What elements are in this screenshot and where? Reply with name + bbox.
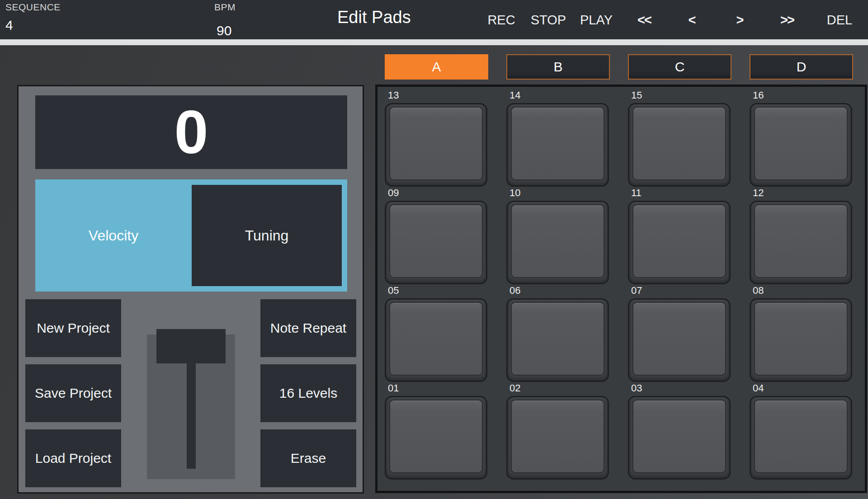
drum-pad-10[interactable] (506, 201, 609, 284)
editor-control-panel: 0 Velocity Tuning New Project Save Proje… (17, 85, 364, 494)
drum-pad-13[interactable] (385, 103, 487, 187)
bank-tab-d[interactable]: D (750, 54, 853, 80)
bank-tab-a[interactable]: A (385, 54, 488, 80)
drum-pad-11[interactable] (628, 201, 731, 284)
fast-forward-button[interactable]: >> (780, 11, 794, 29)
rec-button[interactable]: REC (487, 11, 515, 29)
velocity-mode-button[interactable]: Velocity (35, 179, 192, 292)
new-project-button[interactable]: New Project (25, 299, 121, 357)
save-project-button[interactable]: Save Project (25, 364, 121, 422)
bank-tab-c[interactable]: C (628, 54, 731, 80)
pad-number-label: 15 (631, 89, 642, 101)
drum-pad-16[interactable] (750, 103, 852, 187)
stop-button[interactable]: STOP (531, 11, 566, 29)
pad-number-label: 16 (753, 89, 764, 101)
pad-number-label: 04 (753, 382, 764, 394)
pad-number-label: 10 (509, 187, 520, 199)
drum-pad-03[interactable] (628, 396, 731, 480)
pad-number-label: 07 (631, 285, 642, 297)
velocity-tuning-toggle: Velocity Tuning (35, 179, 347, 292)
pad-grid-panel: 13 14 15 16 09 10 11 12 05 06 07 08 01 0… (375, 85, 867, 493)
drum-pad-02[interactable] (506, 396, 609, 480)
note-repeat-button[interactable]: Note Repeat (260, 299, 356, 357)
drum-pad-12[interactable] (750, 201, 852, 284)
load-project-button[interactable]: Load Project (25, 429, 121, 487)
sequence-value[interactable]: 4 (5, 18, 13, 33)
step-forward-button[interactable]: > (736, 11, 743, 29)
pad-number-label: 05 (388, 285, 399, 297)
drum-pad-15[interactable] (628, 103, 731, 187)
page-title: Edit Pads (337, 8, 411, 27)
drum-pad-14[interactable] (506, 103, 609, 187)
drum-pad-08[interactable] (750, 298, 852, 382)
velocity-fader-stem (187, 363, 196, 469)
pad-number-label: 08 (753, 285, 764, 297)
delete-button[interactable]: DEL (827, 11, 852, 29)
drum-pad-01[interactable] (385, 396, 487, 480)
step-back-button[interactable]: < (689, 11, 695, 29)
pad-number-label: 03 (631, 382, 642, 394)
play-button[interactable]: PLAY (580, 11, 613, 29)
sixteen-levels-button[interactable]: 16 Levels (260, 364, 356, 422)
erase-button[interactable]: Erase (260, 429, 356, 487)
pad-number-label: 06 (509, 285, 520, 297)
rewind-button[interactable]: << (637, 11, 651, 29)
pad-number-label: 02 (509, 382, 520, 394)
sequence-label: SEQUENCE (5, 2, 61, 13)
pad-number-label: 11 (631, 187, 642, 199)
top-transport-bar: SEQUENCE 4 BPM 90 Edit Pads REC STOP PLA… (0, 0, 868, 39)
tuning-mode-button[interactable]: Tuning (192, 185, 342, 286)
drum-pad-04[interactable] (750, 396, 852, 480)
drum-pad-07[interactable] (628, 298, 731, 382)
pad-number-label: 12 (753, 187, 764, 199)
bpm-value[interactable]: 90 (217, 23, 231, 38)
pad-number-label: 14 (509, 89, 520, 101)
pad-number-label: 13 (388, 89, 399, 101)
bpm-label: BPM (214, 2, 236, 13)
drum-pad-09[interactable] (385, 201, 487, 284)
drum-pad-06[interactable] (506, 298, 609, 382)
topbar-divider (0, 39, 868, 45)
pad-value-display: 0 (35, 95, 347, 169)
pad-number-label: 01 (388, 382, 399, 394)
drum-pad-05[interactable] (385, 298, 487, 382)
pad-number-label: 09 (388, 187, 399, 199)
bank-tab-b[interactable]: B (506, 54, 610, 80)
velocity-fader-handle[interactable] (156, 329, 226, 363)
